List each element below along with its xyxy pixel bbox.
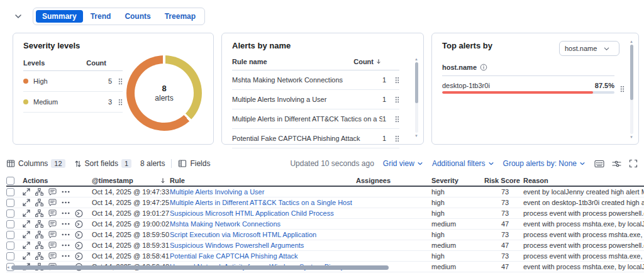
chart-view-tab-treemap[interactable]: Treemap	[158, 10, 202, 23]
row-checkbox[interactable]	[6, 252, 14, 260]
analyzer-icon[interactable]	[35, 242, 43, 249]
chart-view-tab-summary[interactable]: Summary	[36, 10, 83, 23]
rule-link[interactable]: Suspicious Windows Powershell Arguments	[170, 242, 304, 249]
actions-menu-icon[interactable]	[118, 99, 123, 106]
panel-scrollbar[interactable]: ▲ ▼	[628, 40, 635, 139]
severity-dot	[23, 99, 28, 104]
actions-menu-icon[interactable]	[395, 116, 399, 123]
fullscreen-icon[interactable]	[629, 159, 638, 168]
severity-column-header[interactable]: Severity	[431, 177, 484, 184]
comment-icon[interactable]	[48, 252, 57, 260]
assignees-column-header[interactable]: Assignees	[356, 177, 431, 184]
analyzer-icon[interactable]	[35, 199, 43, 206]
scrollbar-thumb[interactable]	[11, 265, 389, 270]
panel-title: Severity levels	[23, 41, 203, 50]
info-icon[interactable]	[480, 64, 487, 71]
grid-view-dropdown[interactable]: Grid view	[383, 159, 423, 168]
more-actions-icon[interactable]	[62, 223, 70, 225]
alert-timestamp: Oct 14, 2025 @ 19:00:02.467	[92, 220, 170, 228]
row-checkbox[interactable]	[6, 242, 14, 250]
more-actions-icon[interactable]	[62, 255, 70, 257]
row-checkbox[interactable]	[6, 199, 14, 207]
row-checkbox[interactable]	[6, 220, 14, 228]
actions-menu-icon[interactable]	[118, 78, 123, 85]
row-checkbox[interactable]	[6, 231, 14, 239]
rule-name[interactable]: Multiple Alerts Involving a User	[232, 96, 382, 103]
rule-link[interactable]: Multiple Alerts Involving a User	[170, 188, 264, 196]
group-alerts-dropdown[interactable]: Group alerts by: None	[503, 159, 586, 168]
analyzer-icon[interactable]	[35, 231, 43, 238]
severity-value: high	[431, 209, 484, 217]
row-checkbox[interactable]	[6, 188, 14, 196]
risk-score-column-header[interactable]: Risk Score	[484, 177, 523, 184]
host-name[interactable]: desktop-1tb3r0i	[442, 82, 595, 89]
timestamp-column-header[interactable]: @timestamp	[92, 177, 170, 184]
rule-link[interactable]: Mshta Making Network Connections	[170, 220, 280, 228]
expand-alert-icon[interactable]	[23, 199, 30, 206]
rule-name[interactable]: Potential Fake CAPTCHA Phishing Attack	[232, 135, 382, 142]
analyzer-icon[interactable]	[35, 220, 43, 228]
sort-down-icon	[160, 177, 166, 184]
rule-link[interactable]: Potential Fake CAPTCHA Phishing Attack	[170, 252, 298, 260]
comment-icon[interactable]	[48, 188, 57, 196]
session-view-icon[interactable]	[75, 209, 83, 218]
risk-score-value: 73	[484, 252, 523, 260]
fields-button[interactable]: Fields	[178, 159, 210, 168]
rule-link[interactable]: Suspicious Microsoft HTML Application Ch…	[170, 209, 334, 217]
analyzer-icon[interactable]	[35, 209, 43, 217]
analyzer-icon[interactable]	[35, 252, 43, 260]
rule-name[interactable]: Multiple Alerts in Different ATT&CK Tact…	[232, 115, 382, 123]
chart-view-tab-trend[interactable]: Trend	[84, 10, 118, 23]
expand-alert-icon[interactable]	[23, 231, 30, 238]
rule-column-header[interactable]: Rule	[170, 177, 356, 184]
actions-menu-icon[interactable]	[395, 77, 399, 84]
rule-link[interactable]: Multiple Alerts in Different ATT&CK Tact…	[170, 199, 352, 206]
rule-name[interactable]: Mshta Making Network Connections	[232, 76, 382, 84]
collapse-charts-button[interactable]	[13, 11, 24, 22]
actions-menu-icon[interactable]	[395, 96, 399, 103]
comment-icon[interactable]	[48, 242, 57, 249]
analyzer-icon[interactable]	[35, 188, 43, 196]
actions-menu-icon[interactable]	[620, 86, 625, 92]
more-actions-icon[interactable]	[62, 233, 70, 236]
select-all-checkbox[interactable]	[6, 177, 14, 185]
expand-alert-icon[interactable]	[23, 209, 30, 217]
expand-alert-icon[interactable]	[23, 188, 30, 196]
keyboard-shortcuts-icon[interactable]	[594, 160, 604, 168]
expand-alert-icon[interactable]	[23, 242, 30, 249]
comment-icon[interactable]	[48, 199, 57, 206]
chevron-down-icon	[579, 160, 586, 167]
alert-timestamp: Oct 14, 2025 @ 19:47:33.166	[92, 188, 170, 196]
more-actions-icon[interactable]	[62, 191, 70, 193]
more-actions-icon[interactable]	[62, 201, 70, 204]
panel-scrollbar[interactable]: ▲ ▼	[413, 57, 419, 138]
row-checkbox[interactable]	[6, 209, 14, 218]
session-view-icon[interactable]	[75, 231, 83, 239]
more-actions-icon[interactable]	[62, 212, 70, 214]
additional-filters-dropdown[interactable]: Additional filters	[432, 159, 494, 168]
comment-icon[interactable]	[48, 220, 57, 228]
reason-column-header[interactable]: Reason	[523, 177, 644, 184]
count-column-header[interactable]: Count	[353, 58, 399, 65]
display-options-icon[interactable]	[612, 160, 621, 168]
comment-icon[interactable]	[48, 231, 57, 238]
severity-row: High 5	[23, 71, 123, 92]
rule-link[interactable]: Script Execution via Microsoft HTML Appl…	[170, 231, 316, 238]
more-actions-icon[interactable]	[62, 244, 70, 247]
donut-center-label: 8 alerts	[126, 55, 202, 131]
risk-score-value: 73	[484, 199, 523, 206]
session-view-icon[interactable]	[75, 242, 83, 250]
comment-icon[interactable]	[48, 209, 57, 217]
session-view-icon[interactable]	[75, 220, 83, 228]
session-view-icon[interactable]	[75, 252, 83, 260]
horizontal-scrollbar[interactable]: ◂ ▸	[6, 265, 644, 270]
rule-count: 1	[382, 96, 395, 103]
columns-button[interactable]: Columns 12	[6, 159, 65, 168]
field-select[interactable]: host.name	[559, 41, 619, 56]
expand-alert-icon[interactable]	[23, 252, 30, 260]
expand-alert-icon[interactable]	[23, 220, 30, 228]
actions-menu-icon[interactable]	[395, 135, 399, 142]
chart-view-tab-counts[interactable]: Counts	[118, 10, 157, 23]
chevron-down-icon	[14, 12, 23, 21]
sort-fields-button[interactable]: Sort fields 1	[74, 159, 131, 168]
